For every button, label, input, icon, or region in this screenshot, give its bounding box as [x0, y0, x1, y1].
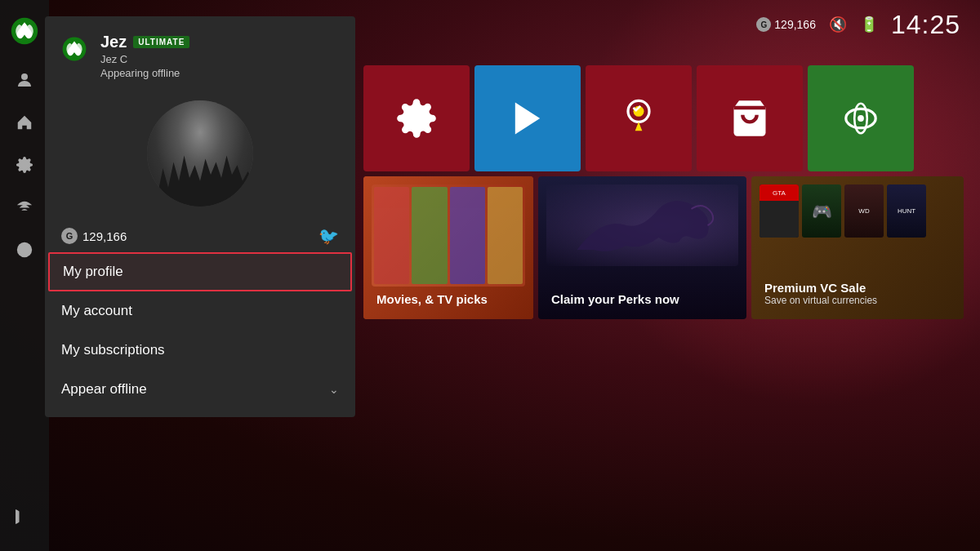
menu-item-my-subscriptions[interactable]: My subscriptions — [45, 331, 355, 370]
tile-settings[interactable] — [363, 65, 470, 171]
mute-icon: 🔇 — [829, 16, 847, 33]
banner-1-title: Movies, & TV picks — [376, 292, 520, 306]
gamerscore-value: 129,166 — [774, 18, 816, 31]
banner-tv-picks[interactable]: Movies, & TV picks — [363, 176, 533, 319]
settings-icon — [395, 97, 438, 140]
sidebar-item-profile[interactable] — [7, 62, 42, 98]
gamerscore-icon: G — [756, 17, 771, 32]
profile-name-row: Jez ULTIMATE — [100, 33, 339, 51]
banner-3-subtitle: Save on virtual currencies — [764, 295, 951, 306]
media-icon — [506, 97, 549, 140]
banner-3-title: Premium VC Sale — [764, 281, 951, 295]
banner-vc-sale[interactable]: GTA 🎮 WD HUNT Premium VC Sale Save on vi… — [751, 176, 964, 319]
menu-item-my-account[interactable]: My account — [45, 291, 355, 331]
dragon-svg — [546, 184, 738, 266]
profile-avatar — [147, 100, 253, 207]
profile-avatar-container — [45, 92, 355, 220]
tile-media[interactable] — [474, 65, 581, 171]
profile-panel: Jez ULTIMATE Jez C Appearing offline G 1… — [45, 16, 355, 417]
banner-2-title: Claim your Perks now — [551, 292, 733, 306]
avatar-forest-bg — [147, 100, 253, 207]
sidebar-item-help[interactable] — [7, 232, 42, 268]
banner-perks[interactable]: Claim your Perks now — [538, 176, 746, 319]
profile-stats-row: G 129,166 🐦 — [45, 220, 355, 252]
twitter-icon[interactable]: 🐦 — [318, 226, 339, 246]
profile-gamertag: Jez — [100, 33, 127, 51]
clock: 14:25 — [891, 10, 960, 40]
svg-point-10 — [858, 115, 864, 122]
svg-point-1 — [21, 73, 28, 80]
menu-item-my-profile[interactable]: My profile — [48, 252, 352, 291]
sidebar — [0, 0, 49, 551]
ultimate-badge: ULTIMATE — [133, 36, 189, 48]
profile-info: Jez ULTIMATE Jez C Appearing offline — [100, 33, 339, 79]
sidebar-item-home[interactable] — [7, 104, 42, 140]
sidebar-item-power[interactable] — [7, 499, 42, 535]
battery-icon: 🔋 — [860, 16, 878, 33]
menu-item-appear-offline[interactable]: Appear offline ⌄ — [45, 370, 355, 409]
tile-achievements[interactable] — [586, 65, 692, 171]
sidebar-item-settings[interactable] — [7, 147, 42, 183]
xbox-logo-panel — [61, 36, 87, 62]
tile-gamepass[interactable] — [808, 65, 914, 171]
gamerscore-badge: G 129,166 — [756, 17, 816, 32]
profile-gamerscore-value: 129,166 — [82, 229, 127, 243]
profile-gamerscore: G 129,166 — [61, 228, 127, 244]
sidebar-item-wifi[interactable] — [7, 189, 42, 225]
profile-realname: Jez C — [100, 53, 339, 65]
store-icon — [728, 97, 771, 140]
chevron-down-icon: ⌄ — [329, 383, 339, 396]
gamepass-icon — [840, 97, 882, 140]
profile-header: Jez ULTIMATE Jez C Appearing offline — [45, 33, 355, 92]
tile-store[interactable] — [697, 65, 803, 171]
avatar-trees — [147, 143, 253, 207]
gamerscore-icon-lg: G — [61, 228, 78, 244]
achievements-icon — [617, 97, 660, 140]
profile-status: Appearing offline — [100, 67, 339, 79]
top-bar-right: G 129,166 🔇 🔋 14:25 — [756, 10, 960, 40]
